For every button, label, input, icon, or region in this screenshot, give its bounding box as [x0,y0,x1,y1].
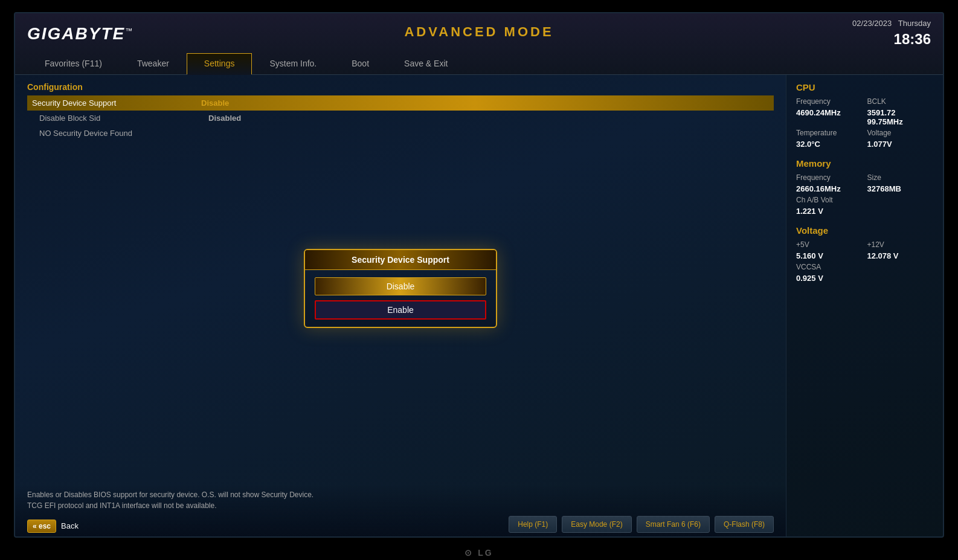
cpu-bclk-sub-value: 3591.72 [867,108,934,117]
footer: Enables or Disables BIOS support for sec… [15,484,786,538]
nav-tabs: Favorites (F11) Tweaker Settings System … [27,53,931,74]
left-panel: Configuration Security Device Support Di… [15,75,786,538]
vccsa-value: 0.925 V [796,274,863,283]
cpu-section: CPU Frequency BCLK 4690.24MHz 3591.72 99… [796,82,933,149]
tab-boot[interactable]: Boot [334,53,387,74]
cpu-freq-value: 4690.24MHz [796,108,863,126]
esc-badge[interactable]: « esc [27,520,56,533]
v12-label: +12V [867,240,934,249]
cpu-temp-value: 32.0°C [796,140,863,149]
config-row-no-device: NO Security Device Found [27,126,774,141]
smart-fan-button[interactable]: Smart Fan 6 (F6) [637,516,710,533]
qflash-button[interactable]: Q-Flash (F8) [715,516,774,533]
cpu-voltage-label: Voltage [867,129,934,137]
v12-value: 12.078 V [867,251,934,260]
bios-screen: GIGABYTE™ ADVANCED MODE 02/23/2023 Thurs… [14,12,944,538]
popup-options: Disable Enable [305,270,496,327]
cpu-bclk-label: BCLK [867,97,934,106]
lg-logo: ⊙ LG [0,548,958,558]
voltage-info-grid: +5V +12V 5.160 V 12.078 V VCCSA 0.925 V [796,240,933,283]
mode-title: ADVANCED MODE [404,24,553,40]
config-row-block-sid-label: Disable Block Sid [39,114,208,123]
v5-value: 5.160 V [796,251,863,260]
mem-freq-label: Frequency [796,173,863,182]
cpu-voltage-value: 1.077V [867,140,934,149]
mem-chvolt-label: Ch A/B Volt [796,196,863,204]
date-line: 02/23/2023 Thursday [852,18,931,29]
time-display: 18:36 [852,29,931,50]
voltage-section: Voltage +5V +12V 5.160 V 12.078 V VCCSA … [796,225,933,283]
cpu-temp-label: Temperature [796,129,863,137]
cpu-freq-label: Frequency [796,97,863,106]
vccsa-label: VCCSA [796,263,863,271]
mem-size-label: Size [867,173,934,182]
popup-dialog: Security Device Support Disable Enable [304,249,497,328]
config-row-security-label: Security Device Support [32,98,201,108]
main-content: Configuration Security Device Support Di… [15,75,943,538]
config-row-security[interactable]: Security Device Support Disable [27,95,774,111]
memory-info-grid: Frequency Size 2660.16MHz 32768MB Ch A/B… [796,173,933,216]
tab-tweaker[interactable]: Tweaker [120,53,187,74]
v5-label: +5V [796,240,863,249]
tab-settings[interactable]: Settings [187,53,252,74]
gigabyte-logo: GIGABYTE™ [27,24,133,43]
config-row-no-device-label: NO Security Device Found [39,129,208,138]
cpu-bclk-unit: 99.75MHz [867,117,934,126]
tab-saveexit[interactable]: Save & Exit [387,53,465,74]
back-label: Back [61,521,79,530]
mem-size-value: 32768MB [867,184,934,193]
voltage-title: Voltage [796,225,933,236]
datetime: 02/23/2023 Thursday 18:36 [852,18,931,50]
popup-overlay: Security Device Support Disable Enable [15,75,786,538]
footer-buttons: Help (F1) Easy Mode (F2) Smart Fan 6 (F6… [27,516,774,533]
memory-title: Memory [796,158,933,169]
popup-title: Security Device Support [305,250,496,270]
memory-section: Memory Frequency Size 2660.16MHz 32768MB… [796,158,933,216]
easy-mode-button[interactable]: Easy Mode (F2) [562,516,631,533]
mem-chvolt-value: 1.221 V [796,207,863,216]
right-panel: CPU Frequency BCLK 4690.24MHz 3591.72 99… [786,75,943,538]
popup-option-disable[interactable]: Disable [315,277,486,295]
tab-sysinfo[interactable]: System Info. [252,53,334,74]
cpu-title: CPU [796,82,933,92]
config-section-label: Configuration [27,82,774,92]
cpu-info-grid: Frequency BCLK 4690.24MHz 3591.72 99.75M… [796,97,933,149]
footer-back: « esc Back [27,520,79,533]
tab-favorites[interactable]: Favorites (F11) [27,53,120,74]
config-row-block-sid-value: Disabled [208,114,241,123]
header-top: GIGABYTE™ ADVANCED MODE 02/23/2023 Thurs… [27,18,931,50]
footer-help-text: Enables or Disables BIOS support for sec… [27,489,774,511]
header: GIGABYTE™ ADVANCED MODE 02/23/2023 Thurs… [15,13,943,75]
mem-freq-value: 2660.16MHz [796,184,863,193]
popup-option-enable[interactable]: Enable [315,300,486,320]
config-row-security-value: Disable [201,98,229,108]
help-button[interactable]: Help (F1) [509,516,557,533]
config-row-block-sid[interactable]: Disable Block Sid Disabled [27,111,774,126]
